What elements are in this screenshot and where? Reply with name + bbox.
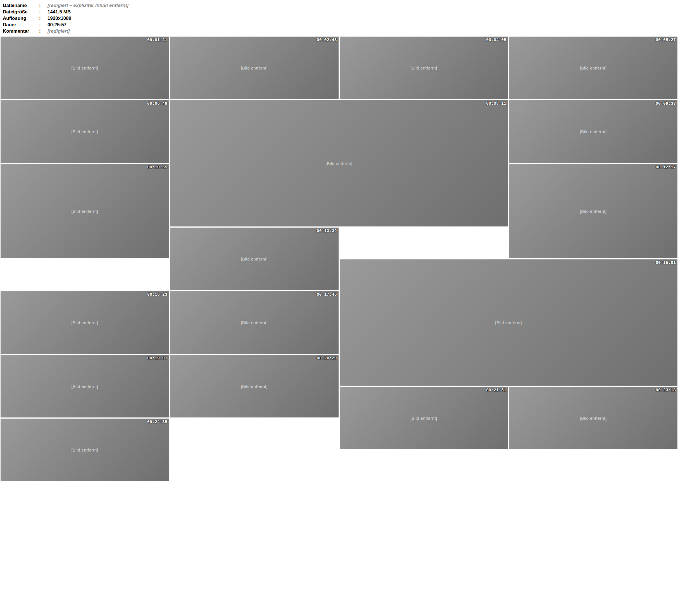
video-thumbnail: [Bild entfernt] 00:01:21	[1, 37, 169, 99]
video-thumbnail: [Bild entfernt] 00:15:01	[340, 259, 678, 386]
placeholder-label: [Bild entfernt]	[509, 37, 677, 99]
video-thumbnail: [Bild entfernt] 00:08:11	[170, 100, 508, 227]
metadata-label: Kommentar	[3, 28, 39, 34]
placeholder-label: [Bild entfernt]	[1, 291, 169, 354]
video-thumbnail: [Bild entfernt] 00:24:35	[1, 419, 169, 481]
thumbnail-timestamp: 00:10:55	[147, 165, 167, 170]
video-thumbnail: [Bild entfernt] 00:05:27	[509, 37, 677, 99]
metadata-row: Dauer : 00:25:57	[3, 22, 675, 28]
video-thumbnail: [Bild entfernt] 00:06:49	[1, 100, 169, 163]
thumbnail-timestamp: 00:15:01	[656, 261, 676, 265]
metadata-header: Dateiname : [redigiert – expliziter Inha…	[0, 0, 678, 36]
metadata-row: Dateiname : [redigiert – expliziter Inha…	[3, 2, 675, 9]
placeholder-label: [Bild entfernt]	[509, 387, 677, 449]
placeholder-label: [Bild entfernt]	[170, 37, 339, 99]
metadata-colon: :	[39, 28, 47, 34]
metadata-label: Dateigröße	[3, 9, 39, 15]
placeholder-label: [Bild entfernt]	[509, 100, 677, 163]
metadata-value: 1441.5 MB	[47, 9, 71, 15]
metadata-label: Dauer	[3, 22, 39, 28]
placeholder-label: [Bild entfernt]	[1, 100, 169, 163]
thumbnail-timestamp: 00:16:23	[147, 292, 167, 297]
metadata-row: Kommentar : [redigiert]	[3, 28, 675, 34]
thumbnail-timestamp: 00:19:07	[147, 356, 167, 361]
placeholder-label: [Bild entfernt]	[1, 164, 169, 258]
metadata-value: 1920x1080	[47, 15, 71, 22]
thumbnail-timestamp: 00:23:13	[656, 388, 676, 393]
metadata-label: Dateiname	[3, 2, 39, 9]
video-thumbnail: [Bild entfernt] 00:20:29	[170, 355, 339, 418]
thumbnail-timestamp: 00:17:45	[316, 292, 337, 297]
metadata-colon: :	[39, 2, 47, 9]
thumbnail-timestamp: 00:02:43	[316, 38, 337, 42]
video-thumbnail: [Bild entfernt] 00:16:23	[1, 291, 169, 354]
placeholder-label: [Bild entfernt]	[340, 259, 678, 386]
thumbnail-timestamp: 00:05:27	[656, 38, 676, 42]
metadata-row: Dateigröße : 1441.5 MB	[3, 9, 675, 15]
placeholder-label: [Bild entfernt]	[1, 419, 169, 481]
placeholder-label: [Bild entfernt]	[170, 291, 339, 354]
thumbnail-grid: [Bild entfernt] 00:01:21 [Bild entfernt]…	[0, 36, 678, 482]
video-thumbnail: [Bild entfernt] 00:13:39	[170, 228, 339, 290]
placeholder-label: [Bild entfernt]	[1, 37, 169, 99]
thumbnail-timestamp: 00:24:35	[147, 420, 167, 424]
video-thumbnail: [Bild entfernt] 00:04:05	[340, 37, 508, 99]
metadata-row: Auflösung : 1920x1080	[3, 15, 675, 22]
thumbnail-timestamp: 00:01:21	[147, 38, 167, 42]
video-thumbnail: [Bild entfernt] 00:12:17	[509, 164, 677, 258]
metadata-colon: :	[39, 22, 47, 28]
placeholder-label: [Bild entfernt]	[1, 355, 169, 418]
video-thumbnail: [Bild entfernt] 00:17:45	[170, 291, 339, 354]
metadata-value: [redigiert – expliziter Inhalt entfernt]	[47, 2, 128, 9]
thumbnail-timestamp: 00:20:29	[316, 356, 337, 361]
placeholder-label: [Bild entfernt]	[170, 355, 339, 418]
video-thumbnail: [Bild entfernt] 00:10:55	[1, 164, 169, 258]
metadata-value: 00:25:57	[47, 22, 67, 28]
thumbnail-timestamp: 00:04:05	[486, 38, 506, 42]
video-thumbnail: [Bild entfernt] 00:21:51	[340, 387, 508, 449]
placeholder-label: [Bild entfernt]	[340, 37, 508, 99]
video-thumbnail: [Bild entfernt] 00:09:33	[509, 100, 677, 163]
placeholder-label: [Bild entfernt]	[170, 228, 339, 290]
thumbnail-timestamp: 00:13:39	[316, 229, 337, 233]
metadata-value: [redigiert]	[47, 28, 70, 34]
video-thumbnail: [Bild entfernt] 00:02:43	[170, 37, 339, 99]
placeholder-label: [Bild entfernt]	[509, 164, 677, 258]
thumbnail-timestamp: 00:09:33	[656, 101, 676, 106]
thumbnail-timestamp: 00:21:51	[486, 388, 506, 393]
thumbnail-timestamp: 00:08:11	[486, 101, 506, 106]
thumbnail-timestamp: 00:06:49	[147, 101, 167, 106]
video-thumbnail: [Bild entfernt] 00:23:13	[509, 387, 677, 449]
video-thumbnail: [Bild entfernt] 00:19:07	[1, 355, 169, 418]
metadata-label: Auflösung	[3, 15, 39, 22]
placeholder-label: [Bild entfernt]	[340, 387, 508, 449]
placeholder-label: [Bild entfernt]	[170, 100, 508, 227]
thumbnail-timestamp: 00:12:17	[656, 165, 676, 170]
metadata-colon: :	[39, 15, 47, 22]
contact-sheet: Dateiname : [redigiert – expliziter Inha…	[0, 0, 678, 482]
metadata-colon: :	[39, 9, 47, 15]
